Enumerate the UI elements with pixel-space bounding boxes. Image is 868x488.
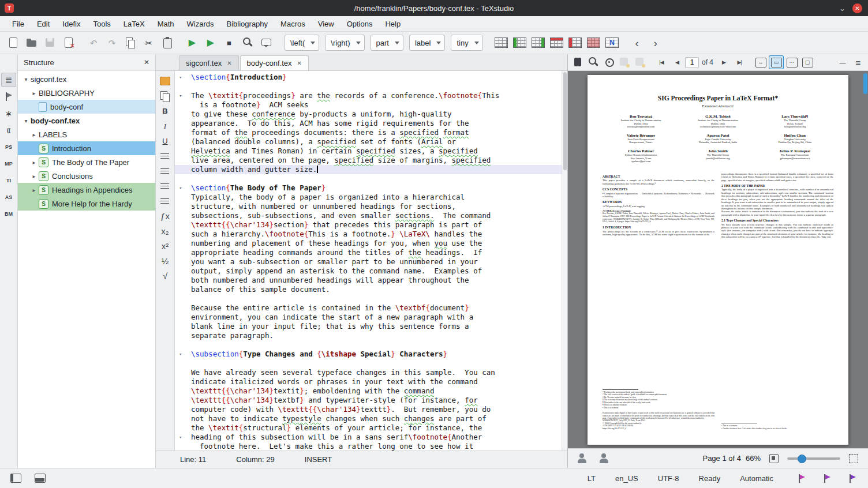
- left-bracket-select[interactable]: \left(: [285, 35, 319, 51]
- tikz-tab-icon[interactable]: TI: [1, 173, 16, 187]
- code-line[interactable]: you want a sub-subsection or smaller par…: [175, 257, 562, 266]
- expand-icon[interactable]: [845, 451, 862, 467]
- fontsize-select[interactable]: tiny: [451, 35, 482, 51]
- right-bracket-select[interactable]: \right): [325, 35, 364, 51]
- fit-page-icon[interactable]: ▭: [769, 55, 784, 69]
- editor-scrollbar[interactable]: [562, 71, 567, 451]
- structure-item-the-body-of-the-paper[interactable]: ▸SThe Body of The Paper: [18, 155, 155, 169]
- close-panel-icon[interactable]: ✕: [144, 58, 149, 66]
- structure-item-bibliography[interactable]: ▸BIBLIOGRAPHY: [18, 86, 155, 100]
- tab-body-conf-tex[interactable]: body-conf.tex✕: [240, 55, 309, 70]
- menu-file[interactable]: File: [6, 16, 31, 31]
- stop-compile-icon[interactable]: ■: [220, 35, 238, 51]
- code-line[interactable]: both numbered and unnumbered headings wi…: [175, 276, 562, 285]
- languagetool-status[interactable]: LT: [583, 474, 600, 483]
- structure-item-labels[interactable]: ▸LABELS: [18, 127, 155, 141]
- pan-icon[interactable]: [601, 55, 616, 69]
- close-tab-icon[interactable]: ✕: [227, 60, 231, 66]
- next-document-icon[interactable]: ›: [647, 35, 664, 51]
- zoom-slider-handle[interactable]: [798, 455, 806, 463]
- minimize-panel-icon[interactable]: ─: [835, 55, 850, 69]
- previous-document-icon[interactable]: ‹: [628, 35, 646, 51]
- structure-item-headings-in-appendices[interactable]: ▸SHeadings in Appendices: [18, 183, 155, 197]
- superscript-icon[interactable]: x²: [158, 239, 172, 253]
- expand-arrow-icon[interactable]: ▸: [29, 187, 39, 193]
- pdf-scrollbar-thumb[interactable]: [863, 73, 867, 94]
- format-copy-icon[interactable]: [158, 89, 172, 103]
- align-justify-icon[interactable]: [158, 194, 172, 208]
- code-line[interactable]: appearance. To do this, ACM has some rig…: [175, 119, 562, 128]
- presentation-icon[interactable]: ▢: [800, 55, 815, 69]
- pstricks-tab-icon[interactable]: PS: [1, 140, 16, 154]
- table-insert-icon[interactable]: [493, 35, 510, 51]
- dictionary-status[interactable]: en_US: [611, 474, 643, 483]
- menu-bibliography[interactable]: Bibliography: [220, 16, 275, 31]
- ready-status[interactable]: Ready: [694, 474, 725, 483]
- presentation-mode-icon[interactable]: [574, 451, 591, 467]
- subscript-icon[interactable]: x₂: [158, 224, 172, 238]
- open-file-icon[interactable]: [23, 35, 40, 51]
- expand-arrow-icon[interactable]: ▾: [21, 118, 31, 124]
- log-panel-icon[interactable]: [7, 470, 24, 486]
- fraction-icon[interactable]: ½: [158, 254, 172, 268]
- code-line[interactable]: balance of this sample document.: [175, 285, 562, 294]
- table-delete-icon[interactable]: [585, 35, 603, 51]
- metapost-tab-icon[interactable]: MP: [1, 156, 16, 171]
- tab-sigconf-tex[interactable]: sigconf.tex✕: [179, 55, 239, 70]
- menu-help[interactable]: Help: [379, 16, 407, 31]
- code-line[interactable]: subsections, sub-subsections, and even s…: [175, 211, 562, 220]
- last-page-icon[interactable]: ▶|: [732, 55, 747, 69]
- paste-icon[interactable]: [159, 35, 176, 51]
- code-line[interactable]: ▾\section{The Body of The Paper}: [175, 183, 562, 193]
- menu-edit[interactable]: Edit: [31, 16, 56, 31]
- column-add-left-icon[interactable]: [511, 35, 529, 51]
- follow-cursor-icon[interactable]: [596, 451, 613, 467]
- previous-page-icon[interactable]: ◀: [669, 55, 684, 69]
- fit-width-icon[interactable]: ↔: [753, 55, 768, 69]
- column-delete-icon[interactable]: [567, 35, 584, 51]
- asymptote-tab-icon[interactable]: AS: [1, 190, 16, 204]
- comment-icon[interactable]: [257, 35, 275, 51]
- structure-item-body-conf-tex[interactable]: ▾body-conf.tex: [18, 114, 155, 127]
- structure-item-more-help-for-the-hardy[interactable]: SMore Help for the Hardy: [18, 197, 155, 211]
- structure-item-conclusions[interactable]: ▸SConclusions: [18, 169, 155, 183]
- wizard-icon[interactable]: [158, 74, 172, 88]
- sqrt-icon[interactable]: √: [158, 269, 172, 283]
- undo-icon[interactable]: ↶: [85, 35, 102, 51]
- fold-marker-icon[interactable]: ▾: [175, 433, 186, 442]
- code-line[interactable]: numbering and placement of these heading…: [175, 239, 562, 248]
- structure-item-body-conf[interactable]: body-conf: [18, 100, 155, 114]
- lineend-status[interactable]: Automatic: [735, 474, 778, 483]
- code-line[interactable]: We have already seen several typeface ch…: [175, 368, 562, 377]
- menu-macros[interactable]: Macros: [274, 16, 312, 31]
- expand-arrow-icon[interactable]: ▸: [29, 173, 39, 179]
- fold-marker-icon[interactable]: ▾: [175, 350, 186, 359]
- align-right-icon[interactable]: [158, 179, 172, 193]
- cut-icon[interactable]: ✂: [140, 35, 158, 51]
- column-add-right-icon[interactable]: [530, 35, 547, 51]
- structure-item-introduction[interactable]: SIntroduction: [18, 141, 155, 155]
- code-line[interactable]: structure, with numbered or unnumbered h…: [175, 202, 562, 211]
- brackets-tab-icon[interactable]: ((: [1, 123, 16, 137]
- copy-icon[interactable]: [122, 35, 139, 51]
- table-align-icon[interactable]: [604, 35, 621, 51]
- code-line[interactable]: footnote here. Let's make this a rather …: [175, 442, 562, 451]
- code-line[interactable]: blank line in your input file; that is w…: [175, 322, 562, 331]
- italic-icon[interactable]: I: [158, 119, 172, 133]
- code-line[interactable]: [175, 294, 562, 303]
- menu-view[interactable]: View: [312, 16, 341, 31]
- fold-marker-icon[interactable]: ▾: [175, 73, 186, 82]
- code-line[interactable]: separate paragraph.: [175, 331, 562, 340]
- close-tab-icon[interactable]: ✕: [297, 60, 302, 66]
- thumbnails-icon[interactable]: [570, 55, 585, 69]
- code-line[interactable]: [175, 174, 562, 183]
- code-line[interactable]: indicate italicized words or phrases in …: [175, 377, 562, 386]
- align-center-icon[interactable]: [158, 164, 172, 178]
- menu-tools[interactable]: Tools: [87, 16, 117, 31]
- code-line[interactable]: Typically, the body of a paper is organi…: [175, 193, 562, 202]
- align-left-icon[interactable]: [158, 149, 172, 163]
- code-line[interactable]: ▾\section{Introduction}: [175, 73, 562, 82]
- code-line[interactable]: Helvetica and Times Roman) in certain sp…: [175, 147, 562, 156]
- jump-forward-icon[interactable]: [633, 55, 648, 69]
- code-line[interactable]: [175, 359, 562, 368]
